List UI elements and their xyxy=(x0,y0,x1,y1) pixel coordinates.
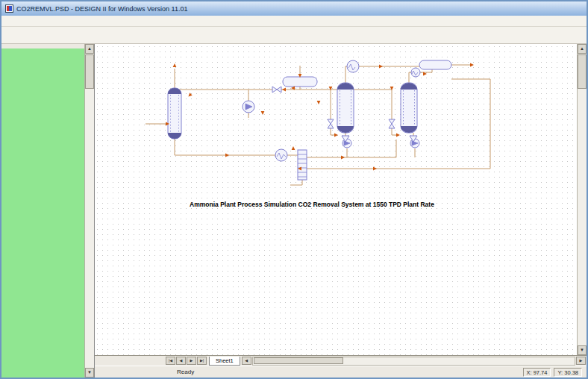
tab-last-icon[interactable]: ▶| xyxy=(197,357,207,365)
scroll-up-icon[interactable]: ▲ xyxy=(578,44,587,54)
cursor-y-readout: Y: 30.38 xyxy=(554,368,582,377)
cursor-x-readout: X: 97.74 xyxy=(523,368,551,377)
window-title: CO2REMVL.PSD - DESIGN II for Windows Ver… xyxy=(16,5,187,13)
equipment-palette xyxy=(4,48,87,51)
app-window: CO2REMVL.PSD - DESIGN II for Windows Ver… xyxy=(0,0,588,379)
scrollbar-thumb[interactable] xyxy=(578,54,587,89)
app-icon xyxy=(5,4,13,13)
tab-first-icon[interactable]: |◀ xyxy=(166,357,175,365)
hscroll-right-icon[interactable]: ▶ xyxy=(576,357,586,365)
scroll-down-icon[interactable]: ▼ xyxy=(578,345,587,355)
status-bar: Ready X: 97.74 Y: 30.38 xyxy=(95,366,587,378)
scrollbar-thumb[interactable] xyxy=(254,357,343,364)
status-text: Ready xyxy=(177,369,194,375)
scrollbar-thumb[interactable] xyxy=(85,54,94,89)
horizontal-scrollbar[interactable] xyxy=(252,357,575,366)
title-bar[interactable]: CO2REMVL.PSD - DESIGN II for Windows Ver… xyxy=(1,1,587,16)
toolbar xyxy=(1,27,587,44)
main-area: ▲ ▼ xyxy=(1,44,587,378)
flowsheet-drawing xyxy=(95,44,577,355)
scroll-down-icon[interactable]: ▼ xyxy=(85,368,94,378)
canvas-vertical-scrollbar[interactable]: ▲ ▼ xyxy=(577,44,587,355)
sheet-tab-bar: |◀ ◀ ▶ ▶| Sheet1 ◀ ▶ xyxy=(95,355,587,366)
menu-bar xyxy=(1,16,587,27)
equipment-sidebar: ▲ ▼ xyxy=(1,44,95,378)
flowsheet-canvas[interactable]: Ammonia Plant Process Simulation CO2 Rem… xyxy=(95,44,587,355)
tab-prev-icon[interactable]: ◀ xyxy=(176,357,186,365)
tab-next-icon[interactable]: ▶ xyxy=(187,357,196,365)
hscroll-left-icon[interactable]: ◀ xyxy=(242,357,251,365)
scroll-up-icon[interactable]: ▲ xyxy=(85,44,94,54)
flowsheet-title: Ammonia Plant Process Simulation CO2 Rem… xyxy=(151,201,472,208)
flowsheet-pane: Ammonia Plant Process Simulation CO2 Rem… xyxy=(95,44,587,378)
sidebar-scrollbar[interactable]: ▲ ▼ xyxy=(84,44,94,378)
sheet-tab[interactable]: Sheet1 xyxy=(209,357,240,366)
